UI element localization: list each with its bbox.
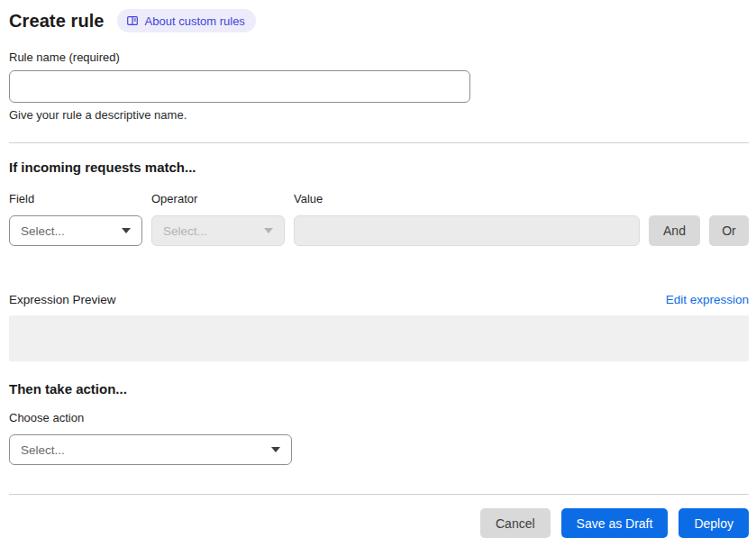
cancel-button[interactable]: Cancel bbox=[480, 508, 551, 538]
chevron-down-icon bbox=[264, 228, 273, 233]
choose-action-label: Choose action bbox=[9, 411, 749, 424]
rule-name-input[interactable] bbox=[9, 70, 470, 103]
about-custom-rules-badge[interactable]: About custom rules bbox=[117, 9, 256, 32]
match-builder-row: Field Operator Value Select... Select...… bbox=[9, 192, 749, 246]
chevron-down-icon bbox=[271, 447, 280, 452]
book-icon bbox=[126, 14, 139, 27]
or-button[interactable]: Or bbox=[709, 215, 749, 246]
save-as-draft-button[interactable]: Save as Draft bbox=[561, 508, 669, 538]
action-section-heading: Then take action... bbox=[9, 381, 749, 397]
rule-name-label: Rule name (required) bbox=[9, 50, 749, 64]
page-title: Create rule bbox=[9, 11, 105, 32]
operator-label: Operator bbox=[151, 192, 285, 205]
divider bbox=[9, 494, 749, 495]
edit-expression-link[interactable]: Edit expression bbox=[666, 293, 749, 306]
create-rule-page: Create rule About custom rules Rule name… bbox=[0, 0, 756, 538]
field-select-value: Select... bbox=[21, 224, 65, 238]
action-select[interactable]: Select... bbox=[9, 434, 292, 465]
operator-select-value: Select... bbox=[163, 224, 207, 238]
expression-preview-row: Expression Preview Edit expression bbox=[9, 293, 749, 306]
value-input bbox=[294, 215, 640, 246]
action-select-value: Select... bbox=[21, 443, 65, 457]
and-button[interactable]: And bbox=[649, 215, 700, 246]
match-section-heading: If incoming requests match... bbox=[9, 160, 749, 175]
operator-select: Select... bbox=[151, 215, 285, 246]
header: Create rule About custom rules bbox=[9, 9, 749, 32]
rule-name-helper: Give your rule a descriptive name. bbox=[9, 108, 749, 122]
value-label: Value bbox=[294, 192, 749, 205]
footer-actions: Cancel Save as Draft Deploy bbox=[9, 508, 749, 538]
field-label: Field bbox=[9, 192, 142, 205]
deploy-button[interactable]: Deploy bbox=[679, 508, 749, 538]
badge-label: About custom rules bbox=[145, 15, 245, 27]
expression-preview-box bbox=[9, 315, 749, 361]
divider bbox=[9, 142, 749, 143]
field-select[interactable]: Select... bbox=[9, 215, 142, 246]
expression-preview-label: Expression Preview bbox=[9, 293, 116, 306]
chevron-down-icon bbox=[122, 228, 131, 233]
